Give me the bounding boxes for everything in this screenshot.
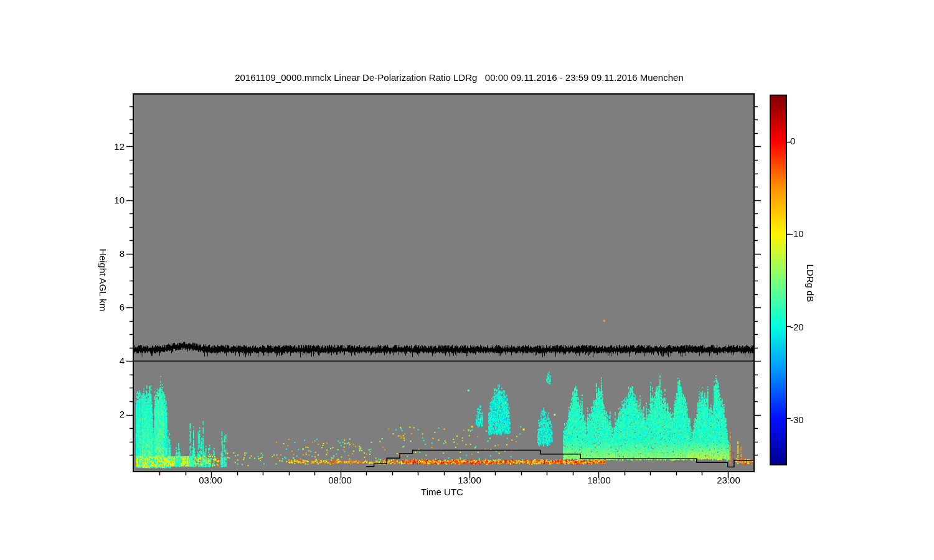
y-tick-label-2: 2 [100,409,125,420]
x-tick-label-2300: 23:00 [710,475,747,486]
y-axis-label: Height AGL km [97,240,108,320]
x-tick-label-1800: 18:00 [580,475,618,486]
x-axis-label: Time UTC [411,487,473,498]
ldr-quicklook-figure: 20161109_0000.mmclx Linear De-Polarizati… [0,0,934,560]
colorbar-tick-label-0: 0 [790,136,818,147]
y-tick-label-4: 4 [100,355,125,366]
colorbar-tick-label-m20: -20 [790,322,818,333]
x-tick-label-0800: 08:00 [321,475,359,486]
y-tick-label-12: 12 [100,141,125,152]
colorbar-tick-label-m10: -10 [790,228,818,240]
plot-title: 20161109_0000.mmclx Linear De-Polarizati… [0,72,918,83]
y-tick-label-10: 10 [100,195,125,206]
x-tick-label-1300: 13:00 [451,475,488,486]
colorbar-tick-label-m30: -30 [790,414,818,426]
colorbar-axis-label: LDRg dB [804,258,816,308]
x-tick-label-0300: 03:00 [192,475,229,486]
